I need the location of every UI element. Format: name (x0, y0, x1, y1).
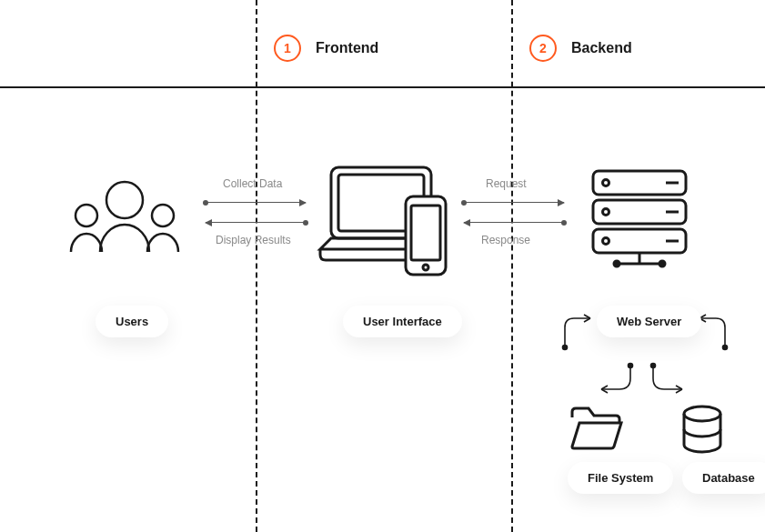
node-label-users: Users (96, 306, 168, 337)
svg-point-20 (659, 261, 665, 266)
arrow-into-webserver-left (559, 307, 596, 356)
header: 1 Frontend 2 Backend (0, 0, 765, 86)
section-title-frontend: Frontend (316, 40, 378, 56)
section-title-backend: Backend (571, 40, 632, 56)
database-icon (680, 405, 724, 457)
file-system-icon (569, 405, 623, 456)
svg-point-23 (723, 346, 728, 350)
arrow-request (464, 202, 564, 203)
arrow-to-database (646, 362, 690, 409)
svg-point-22 (563, 346, 568, 350)
node-label-database: Database (682, 462, 765, 494)
flow-label-response: Response (481, 234, 530, 246)
user-interface-icon (318, 162, 455, 288)
arrow-response (464, 222, 564, 223)
svg-point-1 (75, 205, 97, 226)
svg-point-2 (152, 205, 174, 226)
arrow-to-filesystem (594, 362, 638, 409)
arrow-display (206, 222, 306, 223)
section-backend: 2 Backend (529, 35, 632, 62)
svg-point-24 (629, 364, 633, 368)
section-frontend: 1 Frontend (274, 35, 378, 62)
flow-label-collect: Collect Data (223, 177, 282, 190)
flow-label-display: Display Results (216, 234, 291, 246)
arrow-collect (206, 202, 306, 203)
svg-point-11 (603, 180, 609, 186)
section-number-backend: 2 (529, 35, 557, 62)
svg-point-13 (603, 238, 609, 245)
svg-point-25 (651, 364, 656, 368)
web-server-icon (589, 167, 690, 280)
node-label-filesystem: File System (568, 462, 673, 494)
svg-point-19 (614, 261, 619, 266)
users-icon (65, 177, 184, 263)
section-number-frontend: 1 (274, 35, 301, 62)
node-label-webserver: Web Server (597, 306, 701, 337)
svg-point-0 (106, 182, 143, 218)
header-rule (0, 86, 765, 88)
svg-point-12 (603, 209, 609, 216)
svg-point-21 (684, 407, 720, 421)
node-label-ui: User Interface (343, 306, 462, 337)
flow-label-request: Request (486, 177, 527, 190)
